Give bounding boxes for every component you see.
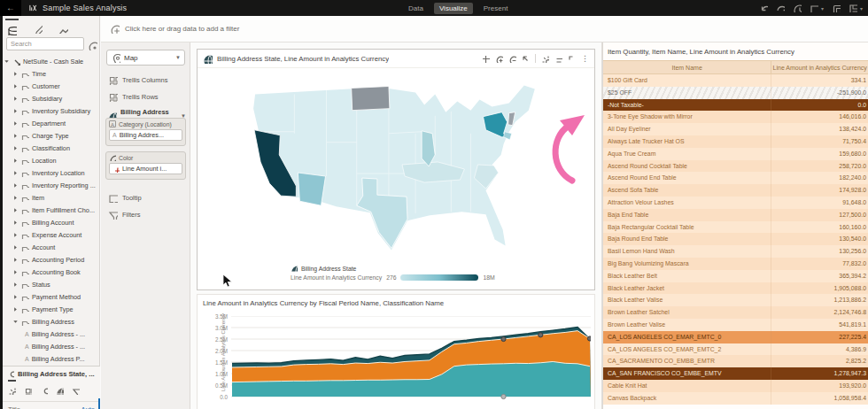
table-row[interactable]: Aqua True Cream159,680.0: [603, 148, 868, 160]
save-dropdown-caret[interactable]: ▾: [860, 5, 863, 12]
property-title-value[interactable]: Auto: [81, 405, 95, 409]
properties-tab-style-icon[interactable]: [24, 382, 32, 398]
table-row[interactable]: Baja End Table127,500.0: [603, 209, 868, 221]
tree-item[interactable]: Inventory Reporting ...: [4, 179, 99, 191]
color-dropzone[interactable]: Color Line Amount i...: [105, 151, 186, 180]
tree-item-label: Department: [32, 120, 66, 127]
table-header[interactable]: Item Name Line Amount in Analytics Curre…: [603, 60, 868, 74]
maximize-icon[interactable]: [568, 55, 576, 63]
tree-item[interactable]: Classification: [4, 142, 99, 154]
table-row[interactable]: $100 Gift Card334.1: [603, 74, 868, 87]
settings-gear-icon[interactable]: [541, 55, 549, 63]
grammar-trellis-rows[interactable]: Trellis Rows: [108, 92, 159, 102]
tree-item[interactable]: Status: [4, 278, 99, 290]
tab-present[interactable]: Present: [478, 3, 514, 14]
marquee-zoom-icon[interactable]: [482, 55, 490, 63]
tree-item[interactable]: Accounting Book: [4, 266, 99, 278]
tree-item[interactable]: Department: [4, 117, 99, 129]
fit-map-icon[interactable]: [522, 55, 530, 63]
tree-item[interactable]: ABilling Address - ...: [4, 340, 99, 352]
zoom-out-icon[interactable]: [508, 55, 516, 63]
tab-data[interactable]: Data: [403, 3, 429, 14]
tree-item[interactable]: Time: [4, 67, 99, 80]
table-row[interactable]: Black Leather Jacket1,905,088.0: [603, 282, 868, 295]
column-header-line-amount[interactable]: Line Amount in Analytics Currency: [771, 61, 868, 73]
properties-tab-layer-icon[interactable]: [56, 382, 64, 398]
tree-item[interactable]: Customer: [4, 80, 99, 92]
viz-type-select[interactable]: Map ▼: [106, 50, 185, 66]
table-row[interactable]: Canvas Backpack1,058,958.4: [603, 392, 868, 405]
tree-item[interactable]: Charge Type: [4, 129, 99, 142]
column-header-item-name[interactable]: Item Name: [603, 61, 771, 73]
table-row[interactable]: Attraction Velour Lashes91,648.0: [603, 197, 868, 209]
tree-item[interactable]: ABilling Address P...: [4, 352, 99, 365]
tree-item[interactable]: Payment Type: [4, 303, 99, 315]
more-options-icon[interactable]: ⋮: [581, 55, 589, 63]
tree-item[interactable]: Inventory Location: [4, 166, 99, 179]
properties-tab-map-icon[interactable]: [40, 382, 48, 398]
tree-item[interactable]: Payment Method: [4, 290, 99, 303]
comment-dropdown-caret[interactable]: ▾: [821, 5, 824, 12]
cell-line-amount: -251,900.0: [771, 87, 868, 99]
undo-icon[interactable]: [759, 4, 768, 12]
table-row[interactable]: All Day Eyeliner138,424.0: [603, 123, 868, 135]
properties-tab-filter-icon[interactable]: [72, 382, 80, 398]
table-row[interactable]: Black Leather Belt365,394.2: [603, 270, 868, 282]
table-row[interactable]: Always Late Trucker Hat OS71,750.4: [603, 135, 868, 148]
category-pill[interactable]: ABilling Addres...: [109, 129, 182, 141]
tree-item[interactable]: NetSuite - Cash Sale: [4, 55, 99, 67]
tree-item[interactable]: Inventory Subsidiary: [4, 104, 99, 117]
tree-item[interactable]: Expense Account: [4, 228, 99, 241]
table-row[interactable]: Brown Leather Valise541,819.1: [603, 319, 868, 331]
tree-item[interactable]: ABilling Address - ...: [4, 328, 99, 340]
tab-visualize[interactable]: Visualize: [434, 3, 473, 14]
table-row[interactable]: Ascend Sofa Table174,928.0: [603, 184, 868, 197]
add-filter-icon[interactable]: [110, 24, 120, 34]
tree-item[interactable]: Accounting Period: [4, 253, 99, 266]
tree-item[interactable]: Account: [4, 241, 99, 253]
table-row[interactable]: CA_SAN FRANCISCO CO_EMBE_EMTV1,278,947.3: [603, 367, 868, 380]
table-row[interactable]: CA_LOS ANGELES CO_EMAR_EMTC_0227,225.4: [603, 331, 868, 343]
table-row[interactable]: -Not Taxable-0.0: [603, 99, 868, 112]
table-row[interactable]: 3-Tone Eye Shadow with Mirror146,016.0: [603, 111, 868, 123]
table-row[interactable]: $25 OFF-251,900.0: [603, 87, 868, 99]
area-chart-plot[interactable]: [231, 316, 591, 409]
tree-item[interactable]: Billing Account: [4, 216, 99, 228]
table-row[interactable]: Baja Round End Table130,540.0: [603, 233, 868, 245]
table-row[interactable]: Cable Knit Hat193,920.0: [603, 380, 868, 392]
table-row[interactable]: CA_LOS ANGELES CO_EMAR_EMTC_24,386.9: [603, 343, 868, 356]
history-icon[interactable]: [793, 4, 802, 12]
tree-item[interactable]: Location: [4, 154, 99, 166]
back-button[interactable]: ←: [0, 0, 21, 16]
zoom-in-icon[interactable]: [495, 55, 503, 63]
sort-icon[interactable]: [554, 55, 562, 63]
search-input[interactable]: [6, 37, 84, 50]
search-options-icon[interactable]: [88, 38, 97, 54]
properties-tab-general-icon[interactable]: [8, 380, 16, 398]
tree-item[interactable]: Subsidiary: [4, 92, 99, 104]
table-row[interactable]: Big Bang Volumizing Mascara77,832.0: [603, 258, 868, 270]
redo-icon[interactable]: [776, 4, 785, 12]
save-icon[interactable]: [849, 4, 857, 12]
table-row[interactable]: Black Leather Valise1,213,886.2: [603, 294, 868, 306]
grammar-trellis-columns[interactable]: Trellis Columns: [108, 75, 167, 85]
table-row[interactable]: Baja Rectangular Cocktail Table160,160.0: [603, 221, 868, 234]
comment-icon[interactable]: [810, 4, 818, 12]
table-row[interactable]: Basil Lemon Hand Wash130,256.0: [603, 245, 868, 258]
tree-item[interactable]: Item: [4, 191, 99, 204]
present-window-icon[interactable]: [832, 4, 841, 12]
table-row[interactable]: Ascend Round Cocktail Table258,720.0: [603, 160, 868, 173]
us-choropleth-map[interactable]: [237, 80, 567, 259]
grammar-filters[interactable]: Filters: [108, 210, 140, 220]
tree-item[interactable]: Billing Address: [4, 315, 99, 328]
grammar-tooltip[interactable]: Tooltip: [108, 193, 142, 203]
table-row[interactable]: CA_SACRAMENTO CO_EMBB_EMTR2,825.2: [603, 355, 868, 367]
color-pill[interactable]: Line Amount i...: [109, 163, 182, 174]
map-visualization-card[interactable]: Billing Address State, Line Amount in An…: [197, 49, 595, 290]
table-row[interactable]: Brown Leather Satchel2,124,746.8: [603, 306, 868, 319]
area-chart-card[interactable]: Line Amount in Analytics Currency by Fis…: [197, 294, 595, 409]
category-dropzone[interactable]: ACategory (Location) ABilling Addres...: [105, 118, 186, 146]
table-row[interactable]: Ascend Round End Table182,240.0: [603, 172, 868, 184]
filter-bar[interactable]: Click here or drag data to add a filter: [101, 16, 868, 42]
tree-item[interactable]: Item Fulfillment Cho...: [4, 204, 99, 216]
